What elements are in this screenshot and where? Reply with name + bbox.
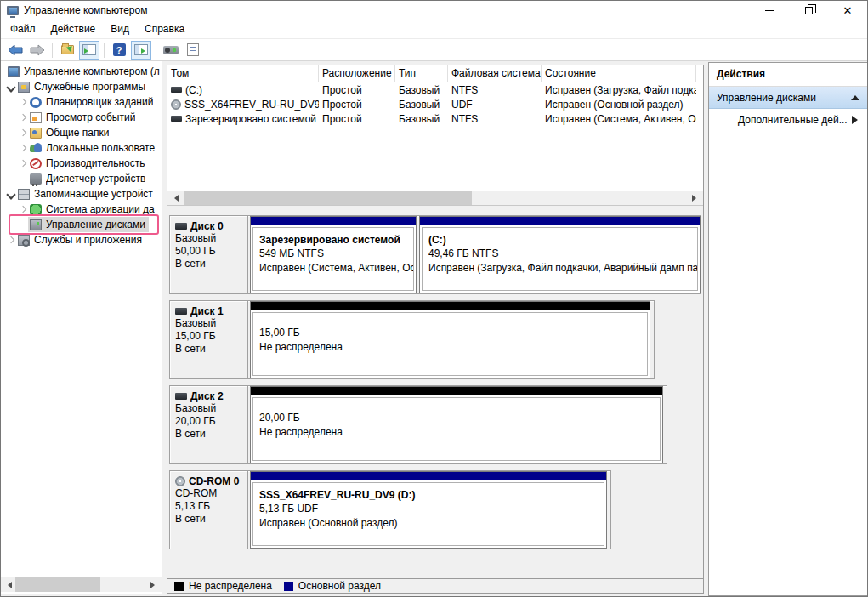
disk-label-cell[interactable]: Диск 1 Базовый15,00 ГБВ сети [170, 301, 248, 378]
disk-name: Диск 2 [190, 390, 224, 402]
disk-label-cell[interactable]: Диск 2 Базовый20,00 ГБВ сети [170, 386, 248, 463]
users-icon [30, 143, 42, 154]
volume-row[interactable]: (C:) Простой Базовый NTFS Исправен (Загр… [167, 82, 703, 97]
close-button[interactable]: ✕ [828, 1, 867, 20]
column-header[interactable]: Том [167, 65, 319, 82]
partition-title [259, 403, 660, 411]
scroll-left-icon[interactable] [1, 577, 15, 592]
chevron-icon[interactable] [16, 203, 28, 215]
menu-item[interactable]: Файл [3, 20, 43, 37]
volume-list-hscrollbar[interactable] [167, 191, 703, 205]
column-header[interactable]: Файловая система [448, 65, 542, 82]
tree-item-label: Общие папки [46, 127, 109, 139]
sidebar-item-performance[interactable]: Производительность [1, 156, 162, 171]
column-header[interactable]: Тип [395, 65, 448, 82]
scheduler-icon [30, 97, 42, 108]
window-title: Управление компьютером [24, 4, 147, 16]
disk-info-line: 50,00 ГБ [175, 245, 246, 258]
chevron-icon[interactable] [16, 142, 28, 154]
cd-icon [171, 100, 181, 110]
actions-item-more-actions[interactable]: Дополнительные дей... [709, 109, 867, 131]
disk-icon [175, 393, 187, 400]
device-view-button[interactable] [161, 41, 181, 60]
checklist-view-button[interactable] [183, 41, 203, 60]
menu-item[interactable]: Действие [43, 20, 104, 37]
disk-info-line: В сети [175, 343, 246, 355]
disk-label-cell[interactable]: Диск 0 Базовый50,00 ГБВ сети [170, 216, 248, 293]
chevron-icon[interactable] [16, 173, 28, 185]
disk-info-line: 5,13 ГБ [175, 500, 246, 513]
chevron-icon[interactable] [16, 111, 28, 123]
chevron-icon[interactable] [4, 81, 16, 93]
minimize-button[interactable] [750, 1, 789, 20]
volume-row[interactable]: SSS_X64FREV_RU-RU_DV9 (D:) Простой Базов… [167, 97, 703, 111]
collapse-icon[interactable] [851, 91, 859, 100]
storage-icon [18, 189, 30, 200]
disk-info-line: В сети [175, 428, 246, 441]
volume-row[interactable]: Зарезервировано системой Простой Базовый… [167, 111, 703, 126]
sidebar-item-devices[interactable]: Диспетчер устройств [1, 171, 162, 186]
sidebar-item-computer[interactable]: Управление компьютером (л [1, 64, 162, 79]
chevron-icon[interactable] [16, 157, 28, 169]
disk-info-line: В сети [175, 513, 246, 526]
sidebar-item-events[interactable]: Просмотр событий [1, 110, 162, 125]
sidebar-item-tools[interactable]: Служебные программы [1, 79, 162, 94]
sidebar-item-diskmgmt[interactable]: Управление дисками [1, 217, 162, 232]
scroll-right-icon[interactable] [147, 577, 162, 592]
console-tree-toggle-button[interactable] [79, 41, 99, 60]
partition[interactable]: (C:) 49,46 ГБ NTFS Исправен (Загрузка, Ф… [419, 216, 701, 293]
scroll-right-icon[interactable] [689, 191, 703, 206]
back-button[interactable] [5, 41, 26, 60]
disk-block: Диск 2 Базовый20,00 ГБВ сети 20,00 ГБ Не… [169, 385, 667, 464]
help-button[interactable]: ? [109, 41, 129, 60]
scroll-left-icon[interactable] [167, 191, 182, 206]
tree-item-label: Запоминающие устройст [34, 188, 153, 200]
cdrom-icon [175, 476, 185, 486]
sidebar-item-folders[interactable]: Общие папки [1, 125, 162, 140]
device-icon [163, 46, 179, 54]
restore-button[interactable] [789, 1, 828, 20]
chevron-icon[interactable] [4, 234, 16, 246]
actions-title: Действия [709, 63, 867, 87]
partition[interactable]: 15,00 ГБ Не распределена [250, 301, 650, 378]
console-tree-icon [82, 44, 96, 55]
sidebar-item-users[interactable]: Локальные пользовате [1, 140, 162, 156]
chevron-icon[interactable] [16, 127, 28, 139]
chevron-icon[interactable] [4, 188, 16, 200]
sidebar-item-backup[interactable]: Система архивации да [1, 202, 162, 217]
chevron-icon[interactable] [16, 219, 28, 230]
sidebar-item-storage[interactable]: Запоминающие устройст [1, 186, 162, 202]
events-icon [30, 112, 42, 123]
export-list-button[interactable] [57, 41, 77, 60]
volume-icon [171, 116, 182, 122]
scrollbar-thumb[interactable] [184, 191, 472, 206]
menu-item[interactable]: Вид [103, 20, 137, 37]
partition[interactable]: 20,00 ГБ Не распределена [250, 386, 663, 463]
partition[interactable]: Зарезервировано системой 549 МБ NTFS Исп… [250, 216, 417, 293]
partition-size: 49,46 ГБ NTFS [428, 247, 697, 261]
sidebar-item-scheduler[interactable]: Планировщик заданий [1, 94, 162, 110]
legend-swatch [284, 582, 293, 591]
devices-icon [30, 173, 42, 185]
forward-button[interactable] [27, 41, 48, 60]
partition-color-bar [251, 302, 650, 310]
actions-group-disk-management[interactable]: Управление дисками [709, 87, 867, 109]
sidebar-hscrollbar[interactable] [1, 577, 162, 592]
sidebar-item-services[interactable]: Службы и приложения [1, 232, 162, 247]
column-header[interactable]: Расположение [319, 65, 395, 82]
disk-info-line: 15,00 ГБ [175, 330, 246, 343]
chevron-icon[interactable] [16, 96, 28, 108]
disk-label-cell[interactable]: CD-ROM 0 CD-ROM5,13 ГБВ сети [170, 471, 248, 549]
submenu-arrow-icon [852, 116, 862, 124]
scrollbar-thumb[interactable] [15, 577, 100, 592]
partition-status: Исправен (Система, Активен, Ос [259, 261, 413, 276]
partition-title: Зарезервировано системой [259, 233, 413, 247]
services-icon [18, 235, 30, 246]
column-header[interactable]: Состояние [542, 65, 696, 82]
folder-icon [61, 45, 74, 54]
menu-item[interactable]: Справка [137, 20, 192, 37]
action-pane-toggle-button[interactable] [131, 41, 151, 60]
computer-icon [8, 66, 20, 77]
app-icon [7, 6, 19, 15]
partition[interactable]: SSS_X64FREV_RU-RU_DV9 (D:) 5,13 ГБ UDF И… [250, 471, 607, 549]
